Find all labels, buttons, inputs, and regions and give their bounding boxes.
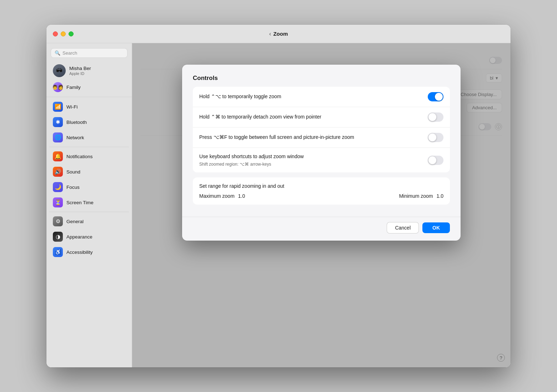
modal-row-hold-detach: Hold ⌃⌘ to temporarily detach zoom view … — [193, 107, 450, 127]
back-button[interactable]: ‹ — [269, 30, 271, 37]
sidebar-nav-section: 📶 Wi-Fi ✱ Bluetooth 🌐 Network 🔔 Notifica… — [46, 99, 132, 260]
sidebar-item-label: Appearance — [66, 234, 92, 240]
min-zoom-item: Minimum zoom 1.0 — [399, 193, 443, 199]
avatar-emoji: 🕶 — [56, 67, 62, 75]
sidebar-user-section: 🕶 Misha Ber Apple ID 👨‍👩 Family — [46, 62, 132, 95]
sidebar-item-network[interactable]: 🌐 Network — [49, 130, 129, 145]
bluetooth-icon: ✱ — [53, 117, 63, 127]
keyboard-toggle-switch[interactable] — [428, 156, 443, 165]
sidebar-item-focus[interactable]: 🌙 Focus — [49, 180, 129, 195]
notifications-icon: 🔔 — [53, 151, 63, 161]
sidebar-item-label: Focus — [66, 185, 80, 190]
max-zoom-item: Maximum zoom 1.0 — [199, 193, 245, 199]
sidebar-item-label: Screen Time — [66, 200, 94, 205]
sidebar-item-label: Accessibility — [66, 250, 93, 255]
modal-row-press-toggle: Press ⌥⌘F to toggle between full screen … — [193, 127, 450, 148]
sidebar-item-label: Sound — [66, 169, 80, 175]
sidebar-item-bluetooth[interactable]: ✱ Bluetooth — [49, 115, 129, 130]
modal-footer: Cancel OK — [182, 217, 461, 241]
network-icon: 🌐 — [53, 132, 63, 142]
minimize-button[interactable] — [61, 31, 66, 36]
user-name: Misha Ber — [69, 66, 91, 71]
max-zoom-value: 1.0 — [238, 193, 245, 199]
modal-row-text: Hold ⌃⌥ to temporarily toggle zoom — [199, 93, 428, 100]
cancel-button[interactable]: Cancel — [387, 222, 419, 233]
separator — [49, 147, 129, 147]
modal-overlay: Controls Hold ⌃⌥ to temporarily toggle z… — [132, 43, 511, 367]
modal-row-keyboard: Use keyboard shortcuts to adjust zoom wi… — [193, 148, 450, 172]
hold-toggle-switch[interactable] — [428, 92, 443, 101]
window-title-area: ‹ Zoom — [269, 30, 288, 37]
sidebar-item-notifications[interactable]: 🔔 Notifications — [49, 149, 129, 164]
modal-row-subtext: Shift zoomed region: ⌥⌘ arrow-keys — [199, 161, 421, 167]
modal-body: Controls Hold ⌃⌥ to temporarily toggle z… — [182, 65, 461, 217]
sidebar-item-label: Network — [66, 135, 84, 140]
modal-row-text: Hold ⌃⌘ to temporarily detach zoom view … — [199, 114, 428, 121]
maximize-button[interactable] — [69, 31, 74, 36]
sidebar-item-label: General — [66, 219, 84, 224]
press-toggle-switch[interactable] — [428, 133, 443, 142]
sidebar-item-user[interactable]: 🕶 Misha Ber Apple ID — [49, 62, 129, 79]
sidebar-item-general[interactable]: ⚙ General — [49, 214, 129, 229]
family-avatar: 👨‍👩 — [53, 82, 63, 92]
main-window: ‹ Zoom 🔍 Search 🕶 Misha Ber Apple ID — [46, 25, 511, 367]
separator — [49, 212, 129, 212]
modal-row-text: Use keyboard shortcuts to adjust zoom wi… — [199, 153, 428, 167]
sidebar-item-accessibility[interactable]: ♿ Accessibility — [49, 245, 129, 260]
rapid-zoom-title: Set range for rapid zooming in and out — [199, 183, 443, 189]
wifi-icon: 📶 — [53, 102, 63, 112]
rapid-zoom-row: Maximum zoom 1.0 Minimum zoom 1.0 — [199, 193, 443, 199]
sidebar: 🔍 Search 🕶 Misha Ber Apple ID 👨‍👩 Famil — [46, 43, 132, 367]
main-content: bl ▾ Choose Display... Advanced... ⓘ — [132, 43, 511, 367]
modal-row-text: Press ⌥⌘F to toggle between full screen … — [199, 134, 428, 141]
sidebar-item-label: Family — [66, 85, 81, 90]
search-placeholder: Search — [62, 50, 77, 56]
hold-detach-toggle-switch[interactable] — [428, 112, 443, 122]
sound-icon: 🔊 — [53, 167, 63, 177]
search-bar[interactable]: 🔍 Search — [51, 48, 127, 58]
sidebar-item-family[interactable]: 👨‍👩 Family — [49, 80, 129, 95]
focus-icon: 🌙 — [53, 182, 63, 192]
close-button[interactable] — [53, 31, 58, 36]
modal-row-hold-toggle: Hold ⌃⌥ to temporarily toggle zoom — [193, 87, 450, 107]
screentime-icon: ⏳ — [53, 197, 63, 207]
max-zoom-label: Maximum zoom — [199, 193, 235, 199]
rapid-zoom-section: Set range for rapid zooming in and out M… — [193, 177, 450, 205]
sidebar-item-label: Wi-Fi — [66, 104, 77, 110]
sidebar-item-appearance[interactable]: ◑ Appearance — [49, 229, 129, 244]
avatar: 🕶 — [53, 64, 66, 77]
titlebar: ‹ Zoom — [46, 25, 511, 43]
modal-section-title: Controls — [193, 75, 450, 82]
page-title: Zoom — [273, 31, 288, 37]
appearance-icon: ◑ — [53, 232, 63, 242]
sidebar-item-wifi[interactable]: 📶 Wi-Fi — [49, 99, 129, 114]
search-icon: 🔍 — [55, 50, 60, 56]
sidebar-item-sound[interactable]: 🔊 Sound — [49, 164, 129, 179]
accessibility-icon: ♿ — [53, 247, 63, 257]
window-body: 🔍 Search 🕶 Misha Ber Apple ID 👨‍👩 Famil — [46, 43, 511, 367]
sidebar-item-screentime[interactable]: ⏳ Screen Time — [49, 195, 129, 210]
modal-dialog: Controls Hold ⌃⌥ to temporarily toggle z… — [182, 65, 461, 241]
modal-controls-card: Hold ⌃⌥ to temporarily toggle zoom Hold … — [193, 87, 450, 172]
traffic-lights — [53, 31, 74, 36]
sidebar-item-label: Notifications — [66, 154, 93, 159]
separator — [46, 97, 132, 97]
general-icon: ⚙ — [53, 216, 63, 226]
min-zoom-label: Minimum zoom — [399, 193, 433, 199]
user-subtitle: Apple ID — [69, 71, 91, 76]
user-info: Misha Ber Apple ID — [69, 66, 91, 76]
min-zoom-value: 1.0 — [437, 193, 443, 199]
sidebar-item-label: Bluetooth — [66, 120, 87, 125]
ok-button[interactable]: OK — [422, 222, 450, 233]
